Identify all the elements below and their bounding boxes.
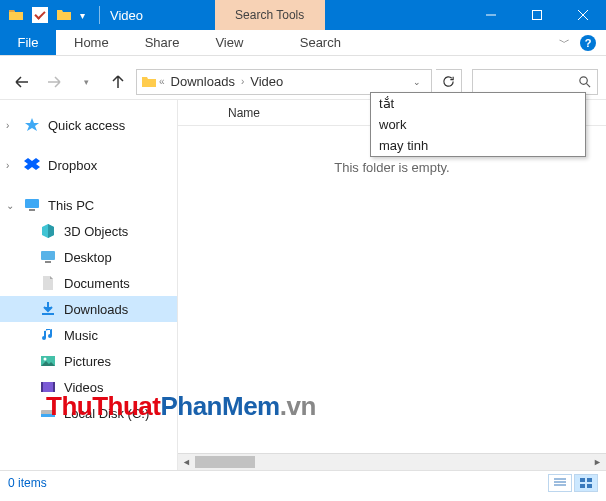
svg-rect-5 xyxy=(45,261,51,263)
navitem-documents[interactable]: Documents xyxy=(0,270,177,296)
dropbox-icon xyxy=(24,157,40,173)
suggestion-item[interactable]: tắt xyxy=(371,93,585,114)
desktop-icon xyxy=(40,249,56,265)
breadcrumb-separator[interactable]: « xyxy=(159,76,165,87)
label: Documents xyxy=(64,276,130,291)
up-button[interactable] xyxy=(104,68,132,96)
cube-icon xyxy=(40,223,56,239)
suggestion-item[interactable]: work xyxy=(371,114,585,135)
svg-point-8 xyxy=(44,358,47,361)
breadcrumb-downloads[interactable]: Downloads xyxy=(167,74,239,89)
navitem-pictures[interactable]: Pictures xyxy=(0,348,177,374)
help-icon[interactable]: ? xyxy=(580,35,596,51)
navitem-videos[interactable]: Videos xyxy=(0,374,177,400)
quick-access-toolbar: ▾ xyxy=(0,7,93,23)
label: This PC xyxy=(48,198,94,213)
search-input[interactable] xyxy=(472,69,598,95)
label: Dropbox xyxy=(48,158,97,173)
ribbon-collapse-icon[interactable]: ﹀ xyxy=(559,35,570,50)
scroll-right-icon[interactable]: ► xyxy=(589,454,606,470)
label: Downloads xyxy=(64,302,128,317)
details-view-button[interactable] xyxy=(548,474,572,492)
label: Music xyxy=(64,328,98,343)
svg-rect-9 xyxy=(41,382,55,392)
svg-rect-13 xyxy=(41,414,55,417)
horizontal-scrollbar[interactable]: ◄ ► xyxy=(178,453,606,470)
ribbon-tabs: File Home Share View Search ﹀ ? xyxy=(0,30,606,56)
svg-rect-0 xyxy=(533,11,542,20)
pictures-icon xyxy=(40,353,56,369)
breadcrumb-video[interactable]: Video xyxy=(246,74,287,89)
file-tab[interactable]: File xyxy=(0,30,56,55)
refresh-button[interactable] xyxy=(436,69,462,95)
music-icon xyxy=(40,327,56,343)
folder-icon xyxy=(141,74,157,90)
status-bar: 0 items xyxy=(0,470,606,494)
svg-rect-3 xyxy=(29,209,35,211)
chevron-down-icon[interactable]: ⌄ xyxy=(6,200,14,211)
label: Pictures xyxy=(64,354,111,369)
maximize-button[interactable] xyxy=(514,0,560,30)
folder-icon xyxy=(8,7,24,23)
label: 3D Objects xyxy=(64,224,128,239)
properties-icon[interactable] xyxy=(32,7,48,23)
navitem-dropbox[interactable]: › Dropbox xyxy=(0,152,177,178)
svg-point-1 xyxy=(580,77,587,84)
new-folder-icon[interactable] xyxy=(56,7,72,23)
minimize-button[interactable] xyxy=(468,0,514,30)
svg-rect-14 xyxy=(580,478,585,482)
svg-rect-4 xyxy=(41,251,55,260)
svg-rect-17 xyxy=(587,484,592,488)
item-count: 0 items xyxy=(8,476,47,490)
label: Videos xyxy=(64,380,104,395)
documents-icon xyxy=(40,275,56,291)
title-bar: ▾ Video Search Tools xyxy=(0,0,606,30)
tab-search[interactable]: Search xyxy=(265,30,375,55)
navigation-pane: › Quick access › Dropbox ⌄ This PC 3D Ob… xyxy=(0,100,178,470)
svg-rect-11 xyxy=(53,382,55,392)
download-icon xyxy=(40,301,56,317)
disk-icon xyxy=(40,405,56,421)
navitem-3d-objects[interactable]: 3D Objects xyxy=(0,218,177,244)
recent-locations-button[interactable]: ▾ xyxy=(72,68,100,96)
navitem-downloads[interactable]: Downloads xyxy=(0,296,177,322)
chevron-right-icon[interactable]: › xyxy=(6,160,9,171)
scroll-left-icon[interactable]: ◄ xyxy=(178,454,195,470)
navitem-desktop[interactable]: Desktop xyxy=(0,244,177,270)
tab-home[interactable]: Home xyxy=(56,30,127,55)
qat-dropdown-icon[interactable]: ▾ xyxy=(80,10,85,21)
star-icon xyxy=(24,117,40,133)
svg-rect-16 xyxy=(580,484,585,488)
svg-rect-2 xyxy=(25,199,39,208)
label: Local Disk (C:) xyxy=(64,406,149,421)
tab-share[interactable]: Share xyxy=(127,30,198,55)
back-button[interactable] xyxy=(8,68,36,96)
this-pc-icon xyxy=(24,197,40,213)
contextual-tab-search-tools[interactable]: Search Tools xyxy=(215,0,325,30)
address-bar[interactable]: « Downloads › Video ⌄ xyxy=(136,69,432,95)
navitem-this-pc[interactable]: ⌄ This PC xyxy=(0,192,177,218)
navitem-local-disk-c[interactable]: Local Disk (C:) xyxy=(0,400,177,426)
address-dropdown-icon[interactable]: ⌄ xyxy=(407,77,427,87)
divider xyxy=(99,6,100,24)
suggestion-item[interactable]: may tinh xyxy=(371,135,585,156)
svg-rect-15 xyxy=(587,478,592,482)
navitem-music[interactable]: Music xyxy=(0,322,177,348)
chevron-right-icon[interactable]: › xyxy=(6,120,9,131)
navitem-quick-access[interactable]: › Quick access xyxy=(0,112,177,138)
forward-button[interactable] xyxy=(40,68,68,96)
label: Desktop xyxy=(64,250,112,265)
scroll-thumb[interactable] xyxy=(195,456,255,468)
label: Quick access xyxy=(48,118,125,133)
search-suggestions-dropdown: tắt work may tinh xyxy=(370,92,586,157)
thumbnails-view-button[interactable] xyxy=(574,474,598,492)
window-title: Video xyxy=(106,8,143,23)
chevron-right-icon[interactable]: › xyxy=(241,76,244,87)
close-button[interactable] xyxy=(560,0,606,30)
videos-icon xyxy=(40,379,56,395)
search-icon xyxy=(578,75,591,88)
svg-rect-10 xyxy=(41,382,43,392)
svg-rect-6 xyxy=(42,313,54,315)
tab-view[interactable]: View xyxy=(197,30,261,55)
